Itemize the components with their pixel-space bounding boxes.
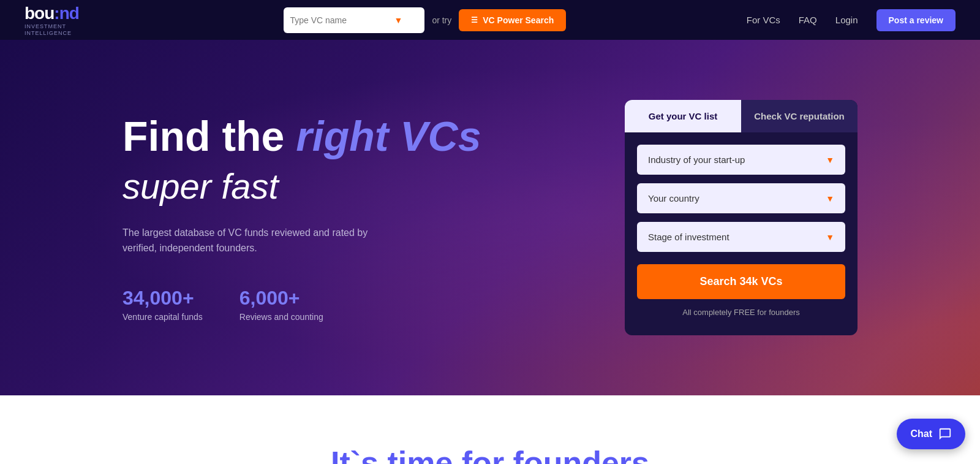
stat-vc-funds: 34,000+ Venture capital funds <box>123 287 203 322</box>
logo-part1: bou <box>24 4 54 23</box>
tab-get-vc-list[interactable]: Get your VC list <box>625 100 741 132</box>
menu-lines-icon: ☰ <box>471 16 478 25</box>
vc-name-input[interactable] <box>290 15 394 25</box>
stage-dropdown[interactable]: Stage of investment ▼ <box>637 222 845 252</box>
country-dropdown-arrow: ▼ <box>826 194 834 203</box>
card-footer-text: All completely FREE for founders <box>637 308 845 323</box>
hero-section: Find the right VCs super fast The larges… <box>0 40 980 395</box>
hero-content: Find the right VCs super fast The larges… <box>123 113 625 322</box>
search-container: ▼ or try ☰ VC Power Search <box>104 7 747 33</box>
hero-title: Find the right VCs <box>123 113 588 159</box>
section2: It`s time for founders VCs to be heard f… <box>0 395 980 464</box>
vc-search-wrapper[interactable]: ▼ <box>284 7 424 33</box>
faq-link[interactable]: FAQ <box>799 15 817 25</box>
tab-check-reputation[interactable]: Check VC reputation <box>741 100 858 132</box>
chat-bubble-icon <box>938 427 952 441</box>
logo: bou:nd INVESTMENT INTELLIGENCE <box>24 4 79 37</box>
vc-search-dropdown-btn[interactable]: ▼ <box>394 15 402 25</box>
card-tabs: Get your VC list Check VC reputation <box>625 100 858 132</box>
section2-title: It`s time for founders <box>331 444 649 464</box>
chat-button[interactable]: Chat <box>897 419 965 449</box>
stat2-label: Reviews and counting <box>239 312 323 322</box>
logo-subtitle: INVESTMENT INTELLIGENCE <box>24 23 79 37</box>
hero-description: The largest database of VC funds reviewe… <box>123 225 380 256</box>
vc-list-card: Get your VC list Check VC reputation Ind… <box>625 100 858 335</box>
for-vcs-link[interactable]: For VCs <box>747 15 780 25</box>
stat1-label: Venture capital funds <box>123 312 203 322</box>
industry-dropdown[interactable]: Industry of your start-up ▼ <box>637 145 845 175</box>
stat-reviews: 6,000+ Reviews and counting <box>239 287 323 322</box>
navbar: bou:nd INVESTMENT INTELLIGENCE ▼ or try … <box>0 0 980 40</box>
or-try-label: or try <box>432 15 451 25</box>
login-link[interactable]: Login <box>835 15 858 25</box>
hero-stats: 34,000+ Venture capital funds 6,000+ Rev… <box>123 287 588 322</box>
industry-dropdown-arrow: ▼ <box>826 155 834 165</box>
logo-text: bou:nd <box>24 4 79 23</box>
search-vcs-button[interactable]: Search 34k VCs <box>637 264 845 299</box>
stat1-number: 34,000+ <box>123 287 203 310</box>
card-body: Industry of your start-up ▼ Your country… <box>625 132 858 335</box>
logo-nd: :nd <box>54 4 79 23</box>
post-review-button[interactable]: Post a review <box>876 9 956 31</box>
nav-links: For VCs FAQ Login Post a review <box>747 9 956 31</box>
country-dropdown[interactable]: Your country ▼ <box>637 183 845 213</box>
power-search-button[interactable]: ☰ VC Power Search <box>459 9 566 31</box>
stat2-number: 6,000+ <box>239 287 323 310</box>
stage-dropdown-arrow: ▼ <box>826 232 834 242</box>
hero-subtitle: super fast <box>123 165 588 207</box>
